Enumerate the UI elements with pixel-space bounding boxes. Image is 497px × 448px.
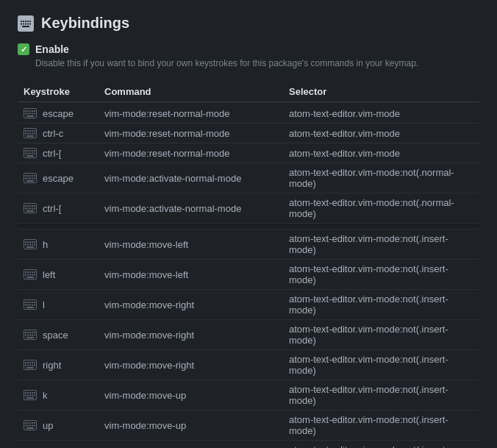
page-title: Keybindings xyxy=(41,15,129,32)
svg-rect-17 xyxy=(34,110,35,112)
svg-rect-75 xyxy=(29,241,31,243)
table-row[interactable]: ctrl-cvim-mode:reset-normal-modeatom-tex… xyxy=(18,124,479,143)
svg-rect-81 xyxy=(32,244,33,246)
svg-rect-111 xyxy=(29,332,31,333)
svg-rect-109 xyxy=(25,332,26,333)
svg-rect-113 xyxy=(34,332,35,333)
svg-rect-89 xyxy=(34,271,35,273)
svg-rect-85 xyxy=(25,271,26,273)
svg-rect-112 xyxy=(32,332,33,333)
svg-rect-117 xyxy=(32,335,33,336)
keyboard-row-icon xyxy=(24,389,37,401)
svg-rect-145 xyxy=(25,422,26,424)
row-keystroke-cell: ctrl-[ xyxy=(24,202,104,214)
svg-rect-91 xyxy=(27,274,29,276)
row-selector-cell: atom-text-editor.vim-mode xyxy=(289,108,473,119)
row-selector-cell: atom-text-editor.vim-mode:not(.normal-mo… xyxy=(289,167,473,189)
svg-rect-92 xyxy=(29,274,31,276)
svg-rect-124 xyxy=(32,362,33,363)
table-row[interactable]: escapevim-mode:activate-normal-modeatom-… xyxy=(18,163,479,193)
svg-rect-127 xyxy=(27,365,29,366)
keystroke-text: right xyxy=(43,360,61,371)
row-command-cell: vim-mode:move-up xyxy=(104,420,289,431)
row-selector-cell: atom-text-editor.vim-mode:not(.insert-mo… xyxy=(289,324,473,346)
svg-rect-150 xyxy=(25,425,26,427)
svg-rect-42 xyxy=(25,153,26,154)
svg-rect-114 xyxy=(25,335,26,336)
svg-rect-38 xyxy=(27,150,29,152)
svg-rect-15 xyxy=(29,110,31,112)
svg-rect-130 xyxy=(34,365,35,366)
svg-rect-103 xyxy=(27,305,29,306)
svg-rect-152 xyxy=(29,425,31,427)
row-keystroke-cell: ctrl-[ xyxy=(24,147,104,159)
svg-rect-136 xyxy=(32,392,33,394)
svg-rect-123 xyxy=(29,362,31,363)
row-keystroke-cell: space xyxy=(24,329,104,341)
table-row[interactable]: leftvim-mode:move-leftatom-text-editor.v… xyxy=(18,260,479,290)
svg-rect-10 xyxy=(29,23,31,24)
svg-rect-19 xyxy=(27,113,29,115)
keystroke-text: space xyxy=(43,330,68,341)
table-header: Keystroke Command Selector xyxy=(18,82,479,102)
table-row[interactable]: lvim-mode:move-rightatom-text-editor.vim… xyxy=(18,290,479,320)
svg-rect-18 xyxy=(25,113,26,115)
svg-rect-67 xyxy=(27,208,29,210)
row-selector-cell: atom-text-editor.vim-mode xyxy=(289,128,473,139)
svg-rect-90 xyxy=(25,274,26,276)
keystroke-text: ctrl-[ xyxy=(43,148,61,159)
svg-rect-118 xyxy=(34,335,35,336)
svg-rect-69 xyxy=(32,208,33,210)
svg-rect-153 xyxy=(32,425,33,427)
svg-rect-44 xyxy=(29,153,31,154)
table-row[interactable]: escapevim-mode:reset-normal-modeatom-tex… xyxy=(18,104,479,124)
table-row[interactable]: jvim-mode:move-downatom-text-editor.vim-… xyxy=(18,441,479,448)
svg-rect-87 xyxy=(29,271,31,273)
svg-rect-71 xyxy=(26,210,34,212)
svg-rect-82 xyxy=(34,244,35,246)
table-row[interactable]: ctrl-[vim-mode:reset-normal-modeatom-tex… xyxy=(18,143,479,163)
svg-rect-70 xyxy=(34,208,35,210)
svg-rect-133 xyxy=(25,392,26,394)
table-row[interactable]: kvim-mode:move-upatom-text-editor.vim-mo… xyxy=(18,380,479,410)
svg-rect-149 xyxy=(34,422,35,424)
svg-rect-64 xyxy=(32,205,33,207)
svg-rect-151 xyxy=(27,425,29,427)
header-selector: Selector xyxy=(289,86,473,97)
svg-rect-16 xyxy=(32,110,33,112)
table-row[interactable]: spacevim-mode:move-rightatom-text-editor… xyxy=(18,320,479,350)
svg-rect-28 xyxy=(32,130,33,132)
header-keystroke: Keystroke xyxy=(24,86,104,97)
svg-rect-58 xyxy=(34,178,35,179)
svg-rect-29 xyxy=(34,130,35,132)
svg-rect-37 xyxy=(25,150,26,152)
table-row[interactable]: upvim-mode:move-upatom-text-editor.vim-m… xyxy=(18,410,479,441)
svg-rect-125 xyxy=(34,362,35,363)
keyboard-row-icon xyxy=(24,269,37,280)
table-body: escapevim-mode:reset-normal-modeatom-tex… xyxy=(18,104,479,448)
keyboard-row-icon xyxy=(24,107,37,119)
svg-rect-46 xyxy=(34,153,35,154)
svg-rect-77 xyxy=(34,241,35,243)
svg-rect-45 xyxy=(32,153,33,154)
svg-rect-138 xyxy=(25,395,26,397)
svg-rect-20 xyxy=(29,113,31,115)
table-row[interactable]: rightvim-mode:move-rightatom-text-editor… xyxy=(18,350,479,380)
svg-rect-39 xyxy=(29,150,31,152)
svg-rect-73 xyxy=(25,241,26,243)
svg-rect-55 xyxy=(27,178,29,179)
svg-rect-119 xyxy=(26,337,34,338)
table-row[interactable]: hvim-mode:move-leftatom-text-editor.vim-… xyxy=(18,230,479,260)
enable-checkbox[interactable] xyxy=(18,43,29,55)
row-command-cell: vim-mode:activate-normal-mode xyxy=(104,173,289,184)
keyboard-row-icon xyxy=(24,359,37,371)
svg-rect-99 xyxy=(29,302,31,303)
svg-rect-143 xyxy=(26,397,34,399)
svg-rect-93 xyxy=(32,274,33,276)
svg-rect-128 xyxy=(29,365,31,366)
svg-rect-6 xyxy=(21,23,22,24)
svg-rect-27 xyxy=(29,130,31,132)
svg-rect-78 xyxy=(25,244,26,246)
svg-rect-98 xyxy=(27,302,29,303)
table-row[interactable]: ctrl-[vim-mode:activate-normal-modeatom-… xyxy=(18,193,479,224)
